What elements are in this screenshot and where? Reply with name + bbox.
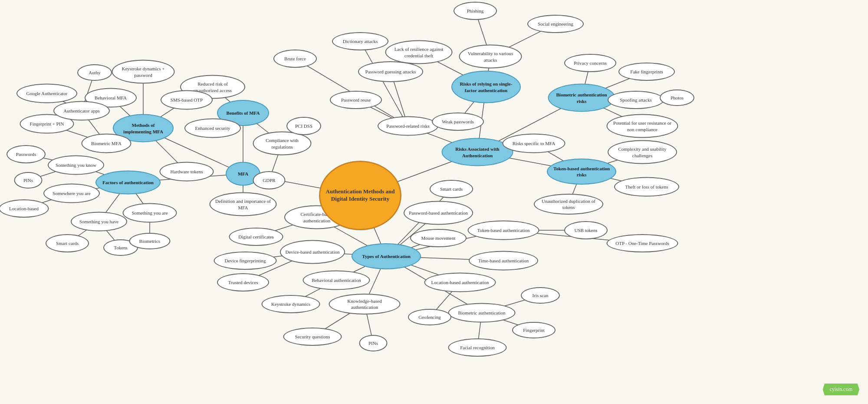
node-google_auth[interactable]: Google Authenticator [16, 84, 77, 103]
node-token_risks[interactable]: Token-based authentication risks [547, 159, 616, 185]
node-spoofing[interactable]: Spoofing attacks [608, 91, 664, 109]
node-knowledge_based[interactable]: Knowledge-based authentication [329, 294, 401, 315]
node-pci_dss[interactable]: PCI DSS [286, 117, 321, 135]
node-brute_force[interactable]: Brute force [273, 50, 317, 68]
node-complexity[interactable]: Complexity and usability challenges [608, 140, 677, 164]
node-def_mfa[interactable]: Definition and importance of MFA [210, 192, 277, 216]
node-fingerprint_right[interactable]: Fingerprint [512, 322, 556, 338]
node-pass_reuse[interactable]: Password reuse [330, 91, 382, 109]
node-iris_scan[interactable]: Iris scan [521, 287, 560, 304]
node-trusted_devices[interactable]: Trusted devices [217, 273, 269, 291]
node-facial_recog[interactable]: Facial recognition [448, 338, 507, 357]
node-risks_specific_mfa[interactable]: Risks specific to MFA [503, 134, 566, 153]
node-sms_otp[interactable]: SMS-based OTP [161, 90, 213, 110]
node-factors_auth[interactable]: Factors of authentication [95, 171, 161, 195]
node-dict_attacks[interactable]: Dictionary attacks [332, 32, 388, 50]
node-privacy_concerns[interactable]: Privacy concerns [564, 54, 616, 72]
node-time_based[interactable]: Time-based authentication [469, 251, 538, 271]
node-lack_resilience[interactable]: Lack of resilience against credential th… [385, 40, 453, 64]
node-geofencing[interactable]: Geofencing [408, 309, 451, 325]
node-biometrics[interactable]: Biometrics [129, 233, 171, 249]
node-pins_left[interactable]: PINs [14, 172, 43, 189]
node-auth_apps[interactable]: Authenticator apps [53, 101, 110, 121]
node-pass_guess[interactable]: Password guessing attacks [358, 61, 423, 82]
node-biometric_auth[interactable]: Biometric authentication [448, 303, 516, 323]
node-keystroke_dyn[interactable]: Keystroke dynamics [262, 295, 320, 313]
node-digital_certs[interactable]: Digital certificates [229, 228, 283, 246]
node-security_questions[interactable]: Security questions [283, 328, 342, 346]
node-pins_bottom[interactable]: PINs [359, 335, 388, 351]
node-types_auth[interactable]: Types of Authentication [352, 243, 421, 269]
node-keystroke_pass[interactable]: Keystroke dynamics + password [112, 60, 175, 84]
node-somewhere_are[interactable]: Somewhere you are [43, 184, 100, 203]
node-biometric_risks[interactable]: Biometric authentication risks [548, 84, 615, 112]
node-device_based[interactable]: Device-based authentication [280, 240, 345, 264]
node-gdpr[interactable]: GDPR [253, 171, 286, 189]
node-smart_cards_right[interactable]: Smart cards [430, 180, 473, 198]
node-passwords[interactable]: Passwords [7, 145, 46, 163]
node-device_fingerprint[interactable]: Device fingerprinting [214, 252, 277, 270]
node-smart_cards_left[interactable]: Smart cards [46, 234, 89, 252]
node-location_based[interactable]: Location-based [0, 199, 49, 218]
node-photos[interactable]: Photos [660, 89, 694, 106]
node-pass_related[interactable]: Password-related risks [378, 116, 438, 136]
node-social_eng[interactable]: Social engineering [527, 15, 584, 33]
node-fake_fingerprints[interactable]: Fake fingerprints [618, 63, 675, 81]
node-enhanced_sec[interactable]: Enhanced security [184, 119, 241, 138]
node-vulnerability[interactable]: Vulnerability to various attacks [459, 45, 522, 69]
node-something_know[interactable]: Something you know [48, 156, 104, 175]
node-unauth_dup[interactable]: Unauthorized duplication of tokens [534, 194, 603, 215]
node-token_based_auth[interactable]: Token-based authentication [468, 221, 539, 240]
node-something_have[interactable]: Something you have [71, 212, 127, 232]
node-hardware_tokens[interactable]: Hardware tokens [160, 162, 214, 182]
node-weak_pass[interactable]: Weak passwords [432, 113, 484, 131]
watermark: cyisin.com [823, 384, 859, 395]
node-something_are2[interactable]: Something you are [123, 203, 177, 223]
node-potential_resist[interactable]: Potential for user resistance or non com… [607, 114, 678, 138]
node-theft_loss[interactable]: Theft or loss of tokens [614, 177, 679, 197]
node-center[interactable]: Authentication Methods and Digital Ident… [319, 161, 401, 230]
node-risks_single[interactable]: Risks of relying on single-factor authen… [451, 71, 521, 103]
node-authy[interactable]: Authy [77, 64, 112, 81]
node-otp_one_time[interactable]: OTP - One-Time Passwords [607, 234, 678, 252]
node-behavioral_auth[interactable]: Behavioral authentication [303, 271, 370, 290]
node-mouse_movement[interactable]: Mouse movement [410, 229, 467, 247]
node-phishing[interactable]: Phishing [454, 2, 497, 20]
node-location_based_right[interactable]: Location-based authentication [424, 273, 496, 292]
node-biometric_mfa[interactable]: Biometric MFA [82, 134, 132, 153]
node-pass_based[interactable]: Password-based authentication [404, 201, 473, 225]
node-usb_tokens[interactable]: USB tokens [564, 221, 608, 239]
